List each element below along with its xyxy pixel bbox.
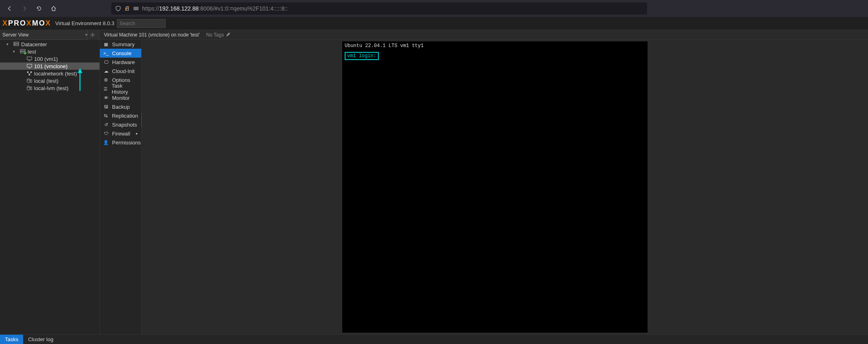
- tags-button[interactable]: No Tags: [206, 32, 230, 38]
- tree-storage-local[interactable]: local (test): [0, 77, 99, 84]
- monitor-icon: [26, 64, 32, 69]
- resource-tree: ▾ Datacenter ▾ test 100 (vm1): [0, 40, 99, 334]
- app-header: XPROXMOX Virtual Environment 8.0.3: [0, 17, 868, 30]
- tree-label: localnetwork (test): [34, 71, 77, 77]
- permissions-icon: [133, 6, 139, 11]
- tree-datacenter[interactable]: ▾ Datacenter: [0, 41, 99, 48]
- svg-rect-25: [30, 87, 31, 90]
- submenu-replication[interactable]: ⇆ Replication: [100, 111, 141, 120]
- svg-line-20: [28, 73, 29, 74]
- tree-label: local-lvm (test): [34, 85, 69, 91]
- list-icon: ☰: [103, 86, 108, 92]
- submenu-permissions[interactable]: 👤 Permissions: [100, 138, 141, 147]
- url-text: https://192.168.122.88:8006/#v1:0:=qemu%…: [142, 5, 287, 12]
- server-icon: [13, 42, 19, 47]
- submenu-label: Summary: [112, 41, 135, 47]
- tree-vm-101[interactable]: 101 (vmclone): [0, 62, 99, 70]
- svg-point-10: [15, 45, 15, 45]
- vnc-console[interactable]: Ubuntu 22.04.1 LTS vm1 tty1 vm1 login:: [342, 41, 648, 333]
- vm-submenu: ▦ Summary >_ Console 🖵 Hardware ☁ Cloud-…: [100, 40, 142, 334]
- back-button[interactable]: [3, 2, 16, 15]
- console-area: Ubuntu 22.04.1 LTS vm1 tty1 vm1 login:: [142, 40, 868, 334]
- history-icon: ↺: [103, 122, 109, 127]
- database-icon: [26, 78, 32, 83]
- logo[interactable]: XPROXMOX: [0, 17, 54, 30]
- arrow-left-icon: [7, 6, 13, 11]
- footer-tab-cluster-log[interactable]: Cluster log: [23, 335, 58, 344]
- monitor-icon: [26, 56, 32, 61]
- forward-button[interactable]: [18, 2, 31, 15]
- tree-storage-local-lvm[interactable]: local-lvm (test): [0, 84, 99, 92]
- home-button[interactable]: [47, 2, 60, 15]
- tree-vm-100[interactable]: 100 (vm1): [0, 55, 99, 62]
- svg-rect-17: [27, 71, 28, 73]
- svg-rect-13: [27, 57, 31, 60]
- search-input[interactable]: [117, 19, 166, 28]
- collapse-icon: ▾: [6, 42, 11, 46]
- svg-rect-5: [136, 9, 138, 10]
- footer: Tasks Cluster log: [0, 334, 868, 344]
- gear-icon: ⚙: [103, 77, 109, 83]
- svg-rect-7: [14, 42, 19, 43]
- sidebar-settings-button[interactable]: [87, 30, 97, 40]
- sidebar: Server View ▾ ▾ Datacenter ▾ tes: [0, 30, 100, 334]
- content-title: Virtual Machine 101 (vmclone) on node 't…: [104, 32, 200, 38]
- gear-icon: [90, 32, 95, 37]
- content-header: Virtual Machine 101 (vmclone) on node 't…: [100, 30, 868, 40]
- svg-rect-18: [30, 71, 31, 73]
- home-icon: [51, 6, 56, 11]
- svg-rect-15: [27, 64, 31, 67]
- chevron-right-icon: ▸: [136, 131, 138, 135]
- svg-point-6: [92, 34, 93, 35]
- submenu-task-history[interactable]: ☰ Task History: [100, 84, 141, 93]
- retweet-icon: ⇆: [103, 113, 109, 118]
- node-icon: [19, 49, 26, 54]
- submenu-backup[interactable]: 🖫 Backup: [100, 102, 141, 111]
- svg-rect-3: [136, 7, 138, 9]
- submenu-firewall[interactable]: 🛡 Firewall ▸: [100, 129, 141, 138]
- reload-icon: [36, 6, 42, 11]
- submenu-hardware[interactable]: 🖵 Hardware: [100, 58, 141, 67]
- url-bar[interactable]: https://192.168.122.88:8006/#v1:0:=qemu%…: [111, 2, 647, 15]
- submenu-console[interactable]: >_ Console: [100, 49, 141, 58]
- shield-icon: [115, 6, 121, 11]
- view-label: Server View: [2, 32, 28, 38]
- submenu-label: Snapshots: [112, 122, 137, 128]
- submenu-snapshots[interactable]: ↺ Snapshots: [100, 120, 141, 129]
- submenu-label: Permissions: [112, 140, 141, 146]
- submenu-label: Backup: [112, 104, 130, 110]
- collapse-icon: ▾: [13, 49, 18, 54]
- sidebar-view-selector[interactable]: Server View ▾: [0, 30, 99, 40]
- submenu-label: Options: [112, 77, 130, 83]
- console-login-prompt: vm1 login:: [345, 52, 379, 60]
- lock-warn-icon: [124, 6, 130, 11]
- footer-tab-tasks[interactable]: Tasks: [0, 335, 23, 344]
- tree-label: local (test): [34, 78, 58, 84]
- content-area: Virtual Machine 101 (vmclone) on node 't…: [100, 30, 868, 334]
- tree-label: 100 (vm1): [34, 56, 58, 62]
- reload-button[interactable]: [32, 2, 45, 15]
- cloud-icon: ☁: [103, 69, 109, 74]
- tree-node-test[interactable]: ▾ test: [0, 48, 99, 55]
- tree-localnetwork[interactable]: localnetwork (test): [0, 70, 99, 77]
- shield-icon: 🛡: [103, 131, 109, 136]
- submenu-summary[interactable]: ▦ Summary: [100, 40, 141, 49]
- network-icon: [26, 71, 32, 76]
- submenu-label: Monitor: [112, 95, 130, 101]
- database-icon: [26, 86, 32, 90]
- submenu-label: Cloud-Init: [112, 68, 135, 74]
- eye-icon: 👁: [103, 95, 109, 100]
- svg-line-21: [29, 73, 31, 74]
- tree-label: 101 (vmclone): [34, 63, 67, 69]
- submenu-cloud-init[interactable]: ☁ Cloud-Init: [100, 67, 141, 75]
- svg-point-22: [27, 79, 30, 80]
- console-banner: Ubuntu 22.04.1 LTS vm1 tty1: [345, 43, 645, 49]
- svg-rect-11: [20, 49, 25, 51]
- submenu-label: Replication: [112, 113, 138, 119]
- svg-rect-19: [28, 74, 30, 75]
- tree-label: Datacenter: [21, 41, 47, 47]
- save-icon: 🖫: [103, 104, 109, 109]
- svg-rect-2: [134, 7, 136, 9]
- svg-point-24: [27, 86, 30, 87]
- user-icon: 👤: [103, 140, 109, 145]
